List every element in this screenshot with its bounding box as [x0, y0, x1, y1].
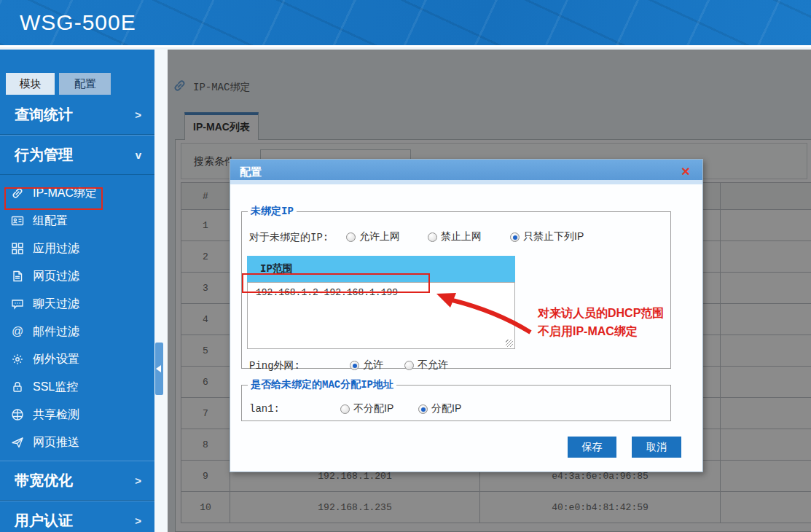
sidebar-item-ip-mac-binding[interactable]: IP-MAC绑定: [0, 179, 154, 207]
app-title: WSG-500E: [0, 0, 811, 45]
chevron-down-icon: v: [136, 135, 141, 175]
sidebar-item-label: 网页推送: [33, 435, 79, 450]
section-label: 查询统计: [15, 95, 73, 135]
webpage-icon: [10, 269, 25, 283]
unbound-ip-legend: 未绑定IP: [248, 205, 297, 218]
sidebar-item-list: IP-MAC绑定 组配置 应用过滤 网页过滤 聊天过滤: [0, 175, 154, 461]
share-icon: [10, 407, 25, 422]
lan1-label: lan1:: [249, 403, 280, 418]
sidebar-item-label: 网页过滤: [33, 269, 79, 284]
radio-checked-icon: [510, 232, 520, 242]
sidebar: 模块 配置 查询统计 > 行为管理 v IP-MAC绑定 组配置 应用过滤: [0, 50, 154, 532]
grid-icon: [10, 241, 25, 256]
radio-deny-listed-ip[interactable]: 只禁止下列IP: [510, 230, 584, 243]
unbound-ip-fieldset: 未绑定IP 对于未绑定的IP: 允许上网 禁止上网 只禁止下列IP IP范围 1…: [241, 205, 671, 369]
send-icon: [10, 435, 25, 450]
sidebar-splitter-strip: [154, 50, 168, 532]
app-header: WSG-500E: [0, 0, 811, 47]
sidebar-item-chat-filter[interactable]: 聊天过滤: [0, 290, 154, 318]
radio-label: 允许: [363, 359, 383, 372]
close-icon[interactable]: ✕: [678, 160, 694, 184]
sidebar-item-label: 共享检测: [33, 407, 79, 423]
ping-wan-label: Ping外网:: [249, 359, 300, 374]
radio-icon: [340, 404, 350, 414]
sidebar-item-share-detect[interactable]: 共享检测: [0, 401, 154, 429]
radio-label: 允许上网: [359, 230, 400, 243]
sidebar-item-label: 应用过滤: [33, 241, 79, 257]
radio-checked-icon: [350, 361, 359, 370]
sidebar-item-label: 聊天过滤: [33, 297, 79, 312]
tab-config[interactable]: 配置: [59, 73, 111, 95]
chevron-right-icon: >: [135, 501, 141, 532]
radio-label: 分配IP: [431, 402, 461, 415]
dialog-title: 配置: [230, 160, 702, 184]
tab-module[interactable]: 模块: [6, 73, 55, 95]
sidebar-item-label: IP-MAC绑定: [33, 186, 97, 201]
config-dialog: 配置 ✕ 未绑定IP 对于未绑定的IP: 允许上网 禁止上网 只禁止下列IP I…: [230, 159, 703, 472]
sidebar-item-exception-settings[interactable]: 例外设置: [0, 345, 154, 373]
radio-allow-internet[interactable]: 允许上网: [346, 230, 400, 243]
resize-grip-icon[interactable]: [506, 340, 513, 347]
ip-range-textarea[interactable]: 192.168.1.2-192.168.1.199: [247, 282, 515, 349]
radio-icon: [404, 361, 414, 370]
save-button[interactable]: 保存: [568, 437, 616, 458]
annotation-note-line1: 对来访人员的DHCP范围: [538, 304, 664, 322]
chat-icon: [10, 297, 25, 311]
radio-icon: [428, 232, 437, 242]
chevron-right-icon: >: [135, 95, 141, 135]
sidebar-item-web-filter[interactable]: 网页过滤: [0, 262, 154, 290]
sidebar-item-ssl-monitor[interactable]: SSL监控: [0, 373, 154, 401]
sidebar-item-label: 邮件过滤: [33, 324, 79, 340]
assign-ip-legend: 是否给未绑定的MAC分配IP地址: [248, 378, 396, 391]
sidebar-item-label: 组配置: [33, 214, 68, 229]
sidebar-tabs: 模块 配置: [0, 50, 154, 95]
radio-ping-deny[interactable]: 不允许: [404, 359, 448, 372]
sidebar-collapse-handle[interactable]: [155, 343, 163, 395]
sidebar-item-app-filter[interactable]: 应用过滤: [0, 235, 154, 262]
radio-label: 不分配IP: [353, 402, 393, 415]
assign-ip-fieldset: 是否给未绑定的MAC分配IP地址 lan1: 不分配IP 分配IP: [241, 378, 671, 421]
radio-no-assign-ip[interactable]: 不分配IP: [340, 402, 393, 415]
radio-deny-internet[interactable]: 禁止上网: [428, 230, 482, 243]
sidebar-item-label: 例外设置: [33, 352, 79, 367]
radio-label: 禁止上网: [441, 230, 482, 243]
radio-label: 不允许: [418, 359, 448, 372]
cancel-button[interactable]: 取消: [632, 437, 681, 458]
chevron-left-icon: [156, 365, 161, 372]
idcard-icon: [10, 214, 25, 228]
lock-icon: [10, 380, 25, 394]
sidebar-section-query-stats[interactable]: 查询统计 >: [0, 95, 154, 135]
radio-label: 只禁止下列IP: [523, 230, 584, 243]
sidebar-section-user-auth[interactable]: 用户认证 >: [0, 501, 154, 532]
sidebar-item-label: SSL监控: [33, 380, 78, 395]
sidebar-section-bandwidth[interactable]: 带宽优化 >: [0, 461, 154, 501]
ip-range-header: IP范围: [247, 256, 515, 282]
section-label: 行为管理: [15, 135, 73, 175]
sidebar-item-group-config[interactable]: 组配置: [0, 207, 154, 235]
sidebar-item-web-push[interactable]: 网页推送: [0, 429, 154, 456]
annotation-note-line2: 不启用IP-MAC绑定: [538, 322, 664, 340]
section-label: 用户认证: [15, 501, 73, 532]
gear-icon: [10, 352, 25, 367]
sidebar-item-mail-filter[interactable]: @ 邮件过滤: [0, 318, 154, 345]
radio-ping-allow[interactable]: 允许: [350, 359, 383, 372]
radio-assign-ip[interactable]: 分配IP: [418, 402, 461, 415]
radio-icon: [346, 232, 356, 242]
at-icon: @: [10, 324, 25, 339]
annotation-note: 对来访人员的DHCP范围 不启用IP-MAC绑定: [538, 304, 664, 340]
unbound-ip-label: 对于未绑定的IP:: [249, 231, 329, 246]
link-icon: [10, 186, 25, 200]
chevron-right-icon: >: [135, 461, 141, 501]
ip-range-value: 192.168.1.2-192.168.1.199: [248, 283, 514, 298]
section-label: 带宽优化: [15, 461, 73, 501]
radio-checked-icon: [418, 404, 428, 414]
dialog-titlebar: 配置 ✕: [230, 160, 702, 184]
sidebar-section-behavior-mgmt[interactable]: 行为管理 v: [0, 135, 154, 175]
